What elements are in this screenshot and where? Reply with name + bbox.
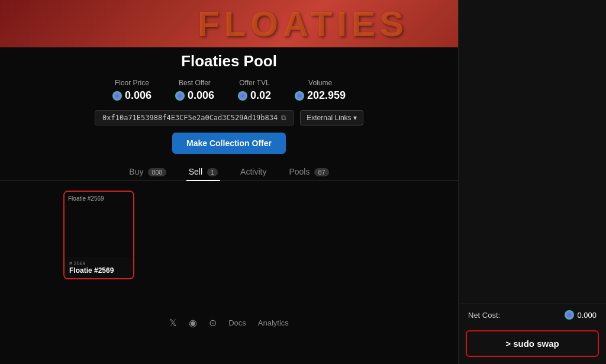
tab-activity[interactable]: Activity (238, 163, 269, 181)
sol-icon-floor (112, 91, 122, 101)
page-title: Floaties Pool (181, 52, 277, 70)
best-offer-label: Best Offer (179, 79, 211, 87)
docs-link[interactable]: Docs (228, 318, 246, 327)
sol-icon-tvl (238, 91, 247, 101)
tabs-row: Buy 808 Sell 1 Activity Pools 87 (0, 163, 458, 181)
net-cost-label: Net Cost: (468, 311, 500, 320)
floor-price-value: 0.006 (112, 89, 152, 102)
copy-icon[interactable]: ⧉ (281, 114, 286, 122)
nft-number: # 2569 (69, 260, 128, 266)
stat-best-offer: Best Offer 0.006 (175, 79, 214, 102)
sell-badge: 1 (207, 168, 218, 176)
offer-tvl-label: Offer TVL (239, 79, 270, 87)
main-content: Floaties Pool Floor Price 0.006 Best Off… (0, 0, 458, 364)
stat-floor-price: Floor Price 0.006 (112, 79, 152, 102)
tab-pools[interactable]: Pools 87 (286, 163, 331, 181)
address-bar: 0xf10a71E53988f4E3CF5e2a0Cad3C529Ad19b83… (95, 110, 363, 125)
nft-card-info: # 2569 Floatie #2569 (65, 257, 133, 278)
net-cost-row: Net Cost: 0.000 (459, 304, 606, 326)
twitter-icon[interactable]: 𝕏 (169, 317, 177, 328)
buy-badge: 808 (148, 168, 166, 176)
address-text: 0xf10a71E53988f4E3CF5e2a0Cad3C529Ad19b83… (102, 114, 278, 122)
collection-offer-button[interactable]: Make Collection Offer (172, 133, 286, 154)
footer: 𝕏 ◉ ⊙ Docs Analytics (0, 317, 458, 328)
offer-tvl-value: 0.02 (238, 89, 271, 102)
external-links-button[interactable]: External Links ▾ (300, 110, 363, 125)
nft-grid: Floatie #2569 # 2569 Floatie #2569 (51, 191, 407, 279)
sudo-swap-button[interactable]: > sudo swap (466, 330, 599, 357)
sol-icon-best (175, 91, 185, 101)
nft-card[interactable]: Floatie #2569 # 2569 Floatie #2569 (63, 191, 134, 279)
analytics-link[interactable]: Analytics (258, 318, 289, 327)
sol-icon-cost (565, 310, 574, 320)
discord-icon[interactable]: ◉ (189, 317, 197, 328)
stats-row: Floor Price 0.006 Best Offer 0.006 Offer… (112, 79, 346, 102)
best-offer-value: 0.006 (175, 89, 214, 102)
floor-price-label: Floor Price (115, 79, 149, 87)
address-pill: 0xf10a71E53988f4E3CF5e2a0Cad3C529Ad19b83… (95, 110, 294, 125)
volume-value: 202.959 (295, 89, 346, 102)
nft-name: Floatie #2569 (69, 266, 128, 275)
tab-sell[interactable]: Sell 1 (186, 163, 220, 181)
stat-offer-tvl: Offer TVL 0.02 (238, 79, 271, 102)
tab-buy[interactable]: Buy 808 (127, 163, 168, 181)
stat-volume: Volume 202.959 (295, 79, 346, 102)
nft-card-image: Floatie #2569 (65, 192, 133, 257)
pools-badge: 87 (314, 168, 328, 176)
github-icon[interactable]: ⊙ (209, 317, 217, 328)
right-sidebar: Net Cost: 0.000 > sudo swap (458, 0, 606, 364)
net-cost-value: 0.000 (565, 310, 597, 320)
sol-icon-volume (295, 91, 304, 101)
volume-label: Volume (308, 79, 332, 87)
